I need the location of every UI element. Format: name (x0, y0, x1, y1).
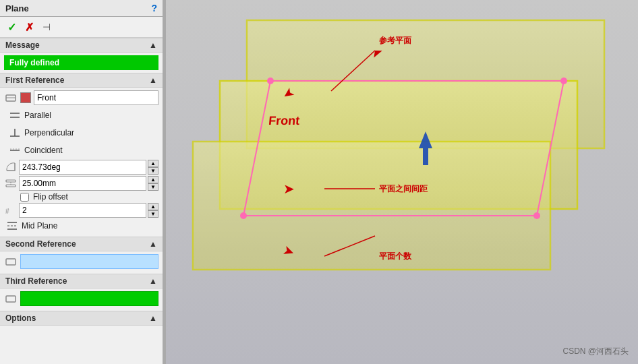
first-ref-input-row (4, 90, 158, 105)
svg-point-25 (267, 78, 274, 84)
offset-spinner: ▲ ▼ (148, 176, 158, 191)
message-section: Fully defined (0, 53, 163, 73)
parallel-button[interactable]: Parallel (5, 107, 54, 123)
x-icon: ✗ (25, 21, 34, 34)
count-spinner-up[interactable]: ▲ (148, 203, 158, 210)
svg-rect-31 (423, 148, 428, 165)
accept-button[interactable]: ✓ (4, 20, 19, 34)
perpendicular-icon (8, 126, 22, 140)
third-reference-header: Third Reference ▲ (0, 274, 163, 289)
angle-input[interactable] (19, 160, 146, 175)
offset-input-row: ▲ ▼ (4, 176, 158, 191)
options-label: Options (5, 313, 36, 323)
coincident-label: Coincident (24, 146, 63, 155)
svg-rect-16 (6, 296, 16, 302)
check-icon: ✓ (7, 21, 16, 34)
arrow-distance: ➤ (283, 181, 295, 197)
third-reference-section (0, 289, 163, 311)
third-ref-input[interactable] (20, 291, 158, 306)
svg-point-28 (533, 212, 540, 219)
svg-rect-8 (6, 180, 16, 182)
count-spinner: ▲ ▼ (148, 203, 158, 218)
viewport: Front 参考平面 ➤ 平面之间间距 ➤ 平面个数 ➤ CSDN @河西石头 (166, 0, 638, 364)
offset-input[interactable] (19, 176, 146, 191)
left-panel: Plane ? ✓ ✗ ⊣ Message ▲ Fully defined Fi… (0, 0, 163, 364)
watermark: CSDN @河西石头 (562, 346, 629, 357)
parallel-btn-row: Parallel (4, 107, 158, 123)
first-reference-section: Parallel Perpendicular Coincident (0, 88, 163, 237)
message-section-header: Message ▲ (0, 38, 163, 53)
perpendicular-button[interactable]: Perpendicular (5, 125, 77, 141)
second-ref-input[interactable] (20, 254, 158, 269)
flip-offset-checkbox[interactable] (20, 193, 29, 202)
second-reference-label: Second Reference (5, 239, 76, 249)
second-reference-header: Second Reference ▲ (0, 237, 163, 251)
third-ref-entity-icon (4, 292, 18, 305)
first-reference-label: First Reference (5, 75, 64, 85)
options-collapse-icon[interactable]: ▲ (149, 313, 157, 323)
status-message: Fully defined (4, 55, 158, 70)
message-collapse-icon[interactable]: ▲ (149, 40, 157, 50)
third-reference-label: Third Reference (5, 276, 67, 286)
perpendicular-btn-row: Perpendicular (4, 125, 158, 141)
toolbar-row: ✓ ✗ ⊣ (0, 17, 163, 38)
first-ref-entity-icon (4, 91, 18, 104)
mid-plane-icon (5, 219, 19, 233)
svg-text:#: # (5, 208, 9, 215)
count-spinner-down[interactable]: ▼ (148, 210, 158, 218)
parallel-label: Parallel (24, 111, 51, 120)
options-header: Options ▲ (0, 311, 163, 326)
second-ref-entity-icon (4, 255, 18, 268)
perpendicular-label: Perpendicular (24, 128, 74, 138)
parallel-icon (8, 109, 22, 122)
flip-offset-row: Flip offset (4, 192, 158, 202)
panel-title: Plane (5, 3, 29, 13)
flip-offset-label: Flip offset (33, 192, 68, 202)
third-ref-collapse-icon[interactable]: ▲ (149, 276, 157, 286)
first-ref-input[interactable] (34, 90, 158, 105)
angle-spinner-down[interactable]: ▼ (148, 167, 158, 175)
message-label: Message (5, 40, 40, 50)
third-ref-input-row (4, 291, 158, 306)
help-icon[interactable]: ? (151, 3, 157, 13)
offset-spinner-down[interactable]: ▼ (148, 183, 158, 191)
angle-spinner-up[interactable]: ▲ (148, 160, 158, 167)
svg-marker-20 (193, 142, 550, 270)
cancel-button[interactable]: ✗ (22, 20, 36, 34)
viewport-svg: Front (166, 0, 638, 364)
mid-plane-row: Mid Plane (4, 219, 158, 233)
second-ref-input-row (4, 254, 158, 269)
offset-spinner-up[interactable]: ▲ (148, 176, 158, 183)
svg-point-27 (240, 212, 247, 219)
svg-text:Front: Front (268, 114, 300, 127)
offset-icon (4, 177, 18, 190)
coincident-button[interactable]: Coincident (5, 142, 65, 158)
pin-icon: ⊣ (42, 22, 51, 32)
angle-icon (4, 160, 18, 174)
mid-plane-label: Mid Plane (22, 221, 57, 231)
pin-button[interactable]: ⊣ (39, 20, 54, 34)
count-input[interactable] (19, 203, 146, 218)
first-reference-header: First Reference ▲ (0, 73, 163, 88)
panel-header: Plane ? (0, 0, 163, 17)
svg-rect-9 (6, 185, 16, 187)
second-ref-collapse-icon[interactable]: ▲ (149, 239, 157, 249)
first-ref-collapse-icon[interactable]: ▲ (149, 75, 157, 85)
angle-spinner: ▲ ▼ (148, 160, 158, 175)
count-icon: # (4, 204, 18, 217)
second-reference-section (0, 251, 163, 274)
angle-input-row: ▲ ▼ (4, 160, 158, 175)
first-ref-color-box (20, 92, 31, 103)
coincident-icon (8, 144, 22, 157)
coincident-btn-row: Coincident (4, 142, 158, 158)
svg-point-26 (560, 78, 567, 84)
count-input-row: # ▲ ▼ (4, 203, 158, 218)
svg-rect-15 (6, 259, 16, 265)
